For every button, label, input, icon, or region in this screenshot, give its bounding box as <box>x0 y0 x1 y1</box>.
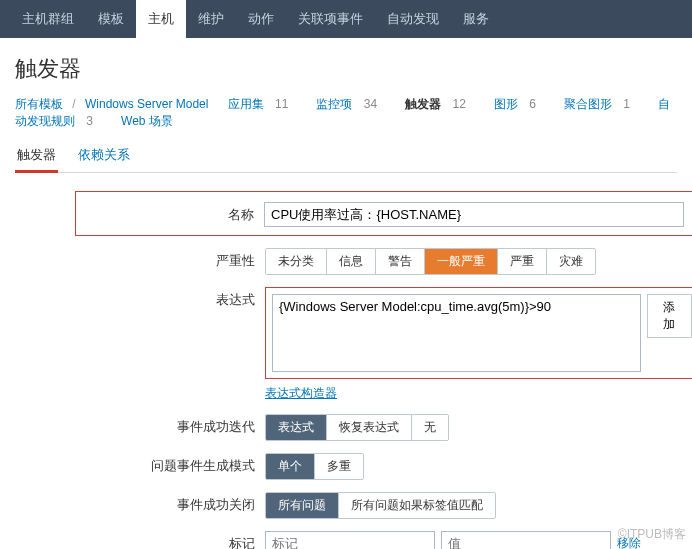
breadcrumb-item[interactable]: 触发器 12 <box>405 97 472 111</box>
segment-option[interactable]: 多重 <box>315 454 363 479</box>
add-expression-button[interactable]: 添加 <box>647 294 692 338</box>
segment-option[interactable]: 所有问题 <box>266 493 339 518</box>
breadcrumb-item[interactable]: Web 场景 <box>121 114 179 128</box>
breadcrumb-all[interactable]: 所有模板 <box>15 97 63 111</box>
topnav-item[interactable]: 自动发现 <box>375 0 451 38</box>
segment-option[interactable]: 所有问题如果标签值匹配 <box>339 493 495 518</box>
segment-option[interactable]: 未分类 <box>266 249 327 274</box>
segment-option[interactable]: 信息 <box>327 249 376 274</box>
breadcrumb-current[interactable]: Windows Server Model <box>85 97 208 111</box>
topnav-item[interactable]: 动作 <box>236 0 286 38</box>
subtab-item[interactable]: 触发器 <box>15 140 58 173</box>
expression-textarea[interactable] <box>272 294 641 372</box>
tag-value-input[interactable] <box>441 531 611 549</box>
label-problem-mode: 问题事件生成模式 <box>15 453 265 475</box>
label-tags: 标记 <box>15 531 265 549</box>
label-expression: 表达式 <box>15 287 265 309</box>
segment-option[interactable]: 灾难 <box>547 249 595 274</box>
segment-option[interactable]: 一般严重 <box>425 249 498 274</box>
name-input[interactable] <box>264 202 684 227</box>
breadcrumb-item[interactable]: 聚合图形 1 <box>564 97 636 111</box>
tag-name-input[interactable] <box>265 531 435 549</box>
label-severity: 严重性 <box>15 248 265 270</box>
topnav-item[interactable]: 模板 <box>86 0 136 38</box>
breadcrumb-item[interactable]: 应用集 11 <box>228 97 295 111</box>
label-recovery: 事件成功迭代 <box>15 414 265 436</box>
segment-option[interactable]: 单个 <box>266 454 315 479</box>
page-title: 触发器 <box>15 54 677 84</box>
segment-option[interactable]: 表达式 <box>266 415 327 440</box>
breadcrumb-item[interactable]: 图形 6 <box>494 97 542 111</box>
topnav-item[interactable]: 主机 <box>136 0 186 38</box>
label-close-event: 事件成功关闭 <box>15 492 265 514</box>
subtab-item[interactable]: 依赖关系 <box>76 140 132 170</box>
breadcrumb: 所有模板 / Windows Server Model 应用集 11 监控项 3… <box>15 96 677 130</box>
breadcrumb-item[interactable]: 监控项 34 <box>316 97 383 111</box>
segment-option[interactable]: 恢复表达式 <box>327 415 412 440</box>
watermark: ©ITPUB博客 <box>618 526 686 543</box>
topnav-item[interactable]: 关联项事件 <box>286 0 375 38</box>
label-name: 名称 <box>84 202 264 224</box>
segment-option[interactable]: 无 <box>412 415 448 440</box>
expression-builder-link[interactable]: 表达式构造器 <box>265 386 337 400</box>
topnav-item[interactable]: 服务 <box>451 0 501 38</box>
topnav-item[interactable]: 维护 <box>186 0 236 38</box>
segment-option[interactable]: 严重 <box>498 249 547 274</box>
topnav-item[interactable]: 主机群组 <box>10 0 86 38</box>
segment-option[interactable]: 警告 <box>376 249 425 274</box>
